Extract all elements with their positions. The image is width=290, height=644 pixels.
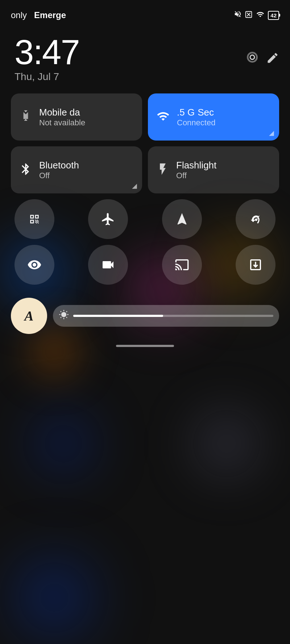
wifi-title2: Sec	[198, 107, 214, 118]
tiles-row-1: Mobile da Not available .5 G Sec Connect…	[11, 93, 279, 141]
flashlight-icon	[156, 162, 170, 177]
status-bar: only Emerge	[0, 0, 290, 24]
screenshot-tile[interactable]	[14, 199, 54, 239]
wifi-arrow: ◢	[269, 129, 274, 137]
status-icons: 42	[234, 10, 279, 20]
clock-date: Thu, Jul 7	[14, 71, 79, 83]
multiwindow-tile[interactable]	[236, 245, 276, 285]
bottom-section	[0, 354, 290, 572]
brightness-sun-icon	[59, 310, 69, 322]
auto-brightness-button[interactable]: A	[11, 298, 47, 334]
wifi-tile[interactable]: .5 G Sec Connected ◢	[148, 93, 279, 141]
wifi-tile-icon	[156, 110, 170, 124]
status-bar-left: only Emerge	[11, 10, 66, 20]
small-tiles-row-1	[11, 199, 279, 239]
clock-time: 3:47	[14, 35, 79, 70]
mobile-data-tile[interactable]: Mobile da Not available	[11, 93, 142, 141]
clock-actions	[246, 51, 279, 67]
svg-point-3	[256, 219, 257, 220]
battery-icon: 42	[268, 11, 279, 20]
tiles-row-2: Bluetooth Off ◢ Flashlight Off	[11, 146, 279, 193]
flashlight-subtitle: Off	[176, 171, 216, 180]
edit-icon[interactable]	[266, 51, 279, 66]
wifi-status-icon	[256, 11, 265, 20]
airplane-tile[interactable]	[88, 199, 128, 239]
wifi-title: .5 G	[177, 107, 195, 118]
mobile-data-title: Mobile da	[39, 107, 85, 118]
brightness-fill	[73, 315, 163, 317]
bluetooth-arrow: ◢	[132, 182, 137, 190]
brightness-slider[interactable]	[53, 305, 279, 327]
flashlight-tile[interactable]: Flashlight Off	[148, 146, 279, 193]
lock-rotate-tile[interactable]	[236, 199, 276, 239]
flashlight-title: Flashlight	[176, 160, 216, 171]
tiles-container: Mobile da Not available .5 G Sec Connect…	[0, 90, 290, 294]
wifi-subtitle: Connected	[177, 118, 215, 127]
cast-tile[interactable]	[162, 245, 202, 285]
home-indicator	[116, 345, 174, 347]
location-tile[interactable]	[162, 199, 202, 239]
bluetooth-icon	[19, 162, 33, 177]
bluetooth-subtitle: Off	[39, 171, 79, 180]
brightness-row: A	[0, 294, 290, 341]
eye-comfort-tile[interactable]	[14, 245, 54, 285]
carrier-text-only: only	[11, 10, 27, 20]
mobile-data-subtitle: Not available	[39, 118, 85, 127]
clock-area: 3:47 Thu, Jul 7	[0, 24, 290, 90]
bluetooth-tile[interactable]: Bluetooth Off ◢	[11, 146, 142, 193]
bluetooth-title: Bluetooth	[39, 160, 79, 171]
mobile-data-icon	[19, 109, 33, 125]
emergency-text: Emerge	[34, 10, 66, 20]
small-tiles-row-2	[11, 245, 279, 285]
brightness-track[interactable]	[73, 315, 273, 317]
settings-icon[interactable]	[246, 51, 259, 67]
sim-icon	[245, 11, 253, 20]
mute-icon	[234, 10, 242, 20]
screen-record-tile[interactable]	[88, 245, 128, 285]
